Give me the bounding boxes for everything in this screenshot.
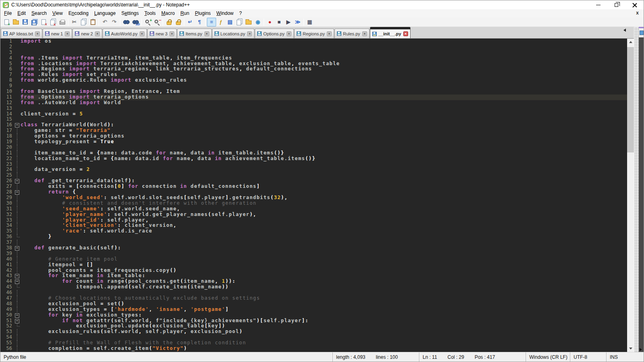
document-map-icon[interactable]: ▤ xyxy=(225,18,235,27)
print-icon[interactable] xyxy=(58,18,67,27)
code-text[interactable]: game: str = "Terraria" xyxy=(21,128,627,134)
undo-icon[interactable]: ↶ xyxy=(100,18,109,27)
code-text[interactable]: item_name_to_id = {name: data.code for n… xyxy=(21,150,627,156)
menu-language[interactable]: Language xyxy=(91,10,118,17)
menu-view[interactable]: View xyxy=(50,10,66,17)
code-text[interactable]: } xyxy=(21,234,627,240)
code-text[interactable] xyxy=(21,173,627,178)
status-encoding[interactable]: UTF-8 xyxy=(570,352,606,362)
tab-autoworld-py[interactable]: AutoWorld.py× xyxy=(103,29,147,38)
sync-horizontal-scrolling-icon[interactable] xyxy=(173,18,183,27)
minimize-button[interactable] xyxy=(589,0,607,9)
code-text[interactable] xyxy=(21,106,627,111)
fold-collapse-icon[interactable] xyxy=(14,122,21,128)
code-text[interactable] xyxy=(21,335,627,340)
menu-?[interactable]: ? xyxy=(236,10,245,17)
tab-close-icon[interactable]: × xyxy=(169,31,174,36)
word-wrap-icon[interactable]: ↵ xyxy=(186,18,195,27)
folder-as-workspace-icon[interactable] xyxy=(244,18,253,27)
menu-plugins[interactable]: Plugins xyxy=(192,10,213,17)
fold-collapse-icon[interactable] xyxy=(14,273,21,279)
fold-collapse-icon[interactable] xyxy=(14,318,21,324)
show-indent-guide-icon[interactable]: ≡ xyxy=(207,18,216,27)
code-text[interactable] xyxy=(21,145,627,150)
close-document-x-button[interactable]: x xyxy=(634,10,640,16)
code-text[interactable]: from .Options import terraria_options xyxy=(21,95,627,100)
show-all-characters-icon[interactable]: ¶ xyxy=(195,18,204,27)
code-text[interactable]: # Choose locations to automatically excl… xyxy=(21,296,627,301)
code-text[interactable]: class TerrariaWorld(World): xyxy=(21,122,627,128)
tab-close-icon[interactable]: × xyxy=(204,31,209,36)
code-text[interactable]: 'seed_name': self.world.seed_name, xyxy=(21,206,627,212)
code-editor[interactable]: 1import os234from .Items import Terraria… xyxy=(0,39,627,352)
paste-icon[interactable] xyxy=(88,18,97,27)
fold-collapse-icon[interactable] xyxy=(14,245,21,251)
code-text[interactable]: # Generate item pool xyxy=(21,257,627,262)
menu-file[interactable]: File xyxy=(1,10,14,17)
tab-rules-py[interactable]: Rules.py× xyxy=(334,29,369,38)
code-text[interactable]: itempool = [] xyxy=(21,262,627,268)
tab-regions-py[interactable]: Regions.py× xyxy=(294,29,334,38)
code-text[interactable]: exclusion_pool = set() xyxy=(21,301,627,307)
code-text[interactable]: return { xyxy=(21,189,627,195)
code-text[interactable]: exclusion_rules(self.world, self.player,… xyxy=(21,329,627,335)
tab-close-icon[interactable]: × xyxy=(287,31,291,36)
code-text[interactable]: from .Regions import terraria_regions, l… xyxy=(21,66,627,72)
scrollbar-thumb[interactable] xyxy=(627,47,634,152)
zoom-out-icon[interactable] xyxy=(152,18,161,27)
menu-settings[interactable]: Settings xyxy=(118,10,141,17)
run-macro-multiple-times-icon[interactable]: ≫ xyxy=(293,18,302,27)
code-text[interactable]: 'client_version': client_version, xyxy=(21,223,627,228)
code-text[interactable]: options = terraria_options xyxy=(21,134,627,139)
code-text[interactable]: # consistent and doesn't interfere with … xyxy=(21,201,627,206)
menu-search[interactable]: Search xyxy=(29,10,50,17)
code-text[interactable]: client_version = 5 xyxy=(21,111,627,117)
tab-locations-py[interactable]: Locations.py× xyxy=(212,29,255,38)
close-all-icon[interactable] xyxy=(48,18,58,27)
code-text[interactable] xyxy=(21,44,627,50)
fold-collapse-icon[interactable] xyxy=(14,279,21,284)
menu-encoding[interactable]: Encoding xyxy=(66,10,91,17)
vertical-scrollbar[interactable] xyxy=(627,39,634,352)
code-text[interactable]: from ..AutoWorld import World xyxy=(21,100,627,106)
close-button[interactable] xyxy=(625,0,644,9)
scrollbar-track[interactable] xyxy=(627,45,634,345)
view-splitter-handle[interactable] xyxy=(634,27,639,352)
tab-close-icon[interactable]: × xyxy=(140,31,144,36)
tab-__init__-py[interactable]: __init__.py× xyxy=(370,27,411,38)
status-eol-format[interactable]: Windows (CR LF) xyxy=(526,352,570,362)
menu-macro[interactable]: Macro xyxy=(159,10,178,17)
tab-close-icon[interactable]: × xyxy=(403,31,408,36)
code-text[interactable]: for count in range(pool_counts.get(item_… xyxy=(21,279,627,284)
code-text[interactable]: exits = [connection[0] for connection in… xyxy=(21,184,627,189)
fold-collapse-icon[interactable] xyxy=(14,189,21,195)
tab-items-py[interactable]: Items.py× xyxy=(177,29,212,38)
code-text[interactable]: from .Rules import set_rules xyxy=(21,72,627,78)
tab-close-icon[interactable]: × xyxy=(35,31,40,36)
status-insert-mode[interactable]: INS xyxy=(606,352,644,362)
code-text[interactable]: location_name_to_id = {name: data.id for… xyxy=(21,156,627,162)
code-text[interactable]: 'race': self.world.is_race xyxy=(21,228,627,234)
code-text[interactable]: pool_counts = item_frequencies.copy() xyxy=(21,268,627,274)
stop-recording-icon[interactable]: ■ xyxy=(275,18,284,27)
replace-icon[interactable]: ab xyxy=(131,18,140,27)
find-icon[interactable] xyxy=(122,18,131,27)
code-text[interactable]: for item_name in item_table: xyxy=(21,273,627,279)
code-text[interactable]: 'world_seed': self.world.slot_seeds[self… xyxy=(21,195,627,201)
restore-button[interactable] xyxy=(607,0,625,9)
redo-icon[interactable]: ↷ xyxy=(109,18,119,27)
tab-new-1[interactable]: new 1× xyxy=(43,29,72,38)
tab-scroll-left-icon[interactable] xyxy=(623,29,626,32)
copy-icon[interactable] xyxy=(79,18,88,27)
tab-close-icon[interactable]: × xyxy=(65,31,70,36)
save-icon[interactable] xyxy=(21,18,30,27)
code-text[interactable]: def generate_basic(self): xyxy=(21,245,627,251)
save-all-icon[interactable] xyxy=(30,18,39,27)
menu-run[interactable]: Run xyxy=(178,10,192,17)
code-text[interactable]: for key in exclusion_types: xyxy=(21,313,627,318)
code-text[interactable]: 'player_name': self.world.get_player_nam… xyxy=(21,212,627,218)
partial-tab-fragment[interactable] xyxy=(639,27,644,37)
save-recorded-macro-icon[interactable]: ▦ xyxy=(305,18,314,27)
code-text[interactable] xyxy=(21,162,627,167)
code-text[interactable]: # Prefill the Wall of Flesh with the com… xyxy=(21,340,627,346)
